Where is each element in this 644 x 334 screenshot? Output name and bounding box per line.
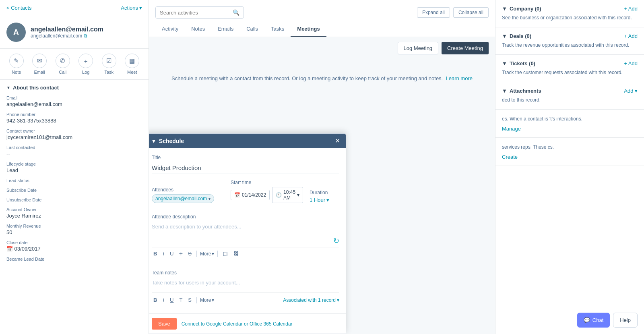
field-close-date: Close date 📅 03/09/2017 [6, 240, 142, 252]
learn-more-link[interactable]: Learn more [446, 75, 472, 81]
back-to-contacts[interactable]: < Contacts [6, 5, 32, 11]
create-link[interactable]: Create [502, 154, 638, 160]
attachments-section: ▼ Attachments Add ▾ ded to this record. [495, 82, 644, 110]
time-input[interactable]: 🕙 10:45 AM ▾ [272, 187, 303, 203]
task-action[interactable]: ☑ Task [99, 54, 119, 75]
duration-caret-icon: ▾ [326, 197, 329, 203]
company-add-link[interactable]: + Add [624, 6, 638, 12]
toolbar-sep-2 [217, 251, 218, 257]
tickets-header: ▼ Tickets (0) + Add [502, 60, 638, 66]
attachments-title[interactable]: ▼ Attachments [502, 88, 541, 94]
create-section: services reps. These cs. Create [495, 138, 644, 166]
help-button[interactable]: Help [613, 313, 638, 328]
field-contact-owner: Contact owner joyceramirez101@tmail.com [6, 129, 142, 140]
notes-italic-button[interactable]: I [161, 296, 166, 304]
tab-emails[interactable]: Emails [211, 22, 240, 37]
more-caret-icon: ▾ [212, 251, 214, 257]
about-header[interactable]: ▼ About this contact [6, 85, 142, 91]
schedule-modal: ▼ Schedule ✕ Title Attendees angelaallen… [149, 133, 346, 334]
refresh-icon[interactable]: ↻ [333, 237, 339, 245]
call-action[interactable]: ✆ Call [53, 54, 73, 75]
create-meeting-button[interactable]: Create Meeting [442, 42, 489, 54]
link-button[interactable]: ⛓ [231, 250, 240, 257]
field-phone: Phone number 942-381-3375x33888 [6, 112, 142, 124]
search-box[interactable]: 🔍 [155, 6, 244, 19]
deals-title[interactable]: ▼ Deals (0) [502, 33, 531, 39]
save-button[interactable]: Save [152, 318, 177, 330]
tickets-chevron-icon: ▼ [502, 60, 507, 66]
attachments-header: ▼ Attachments Add ▾ [502, 88, 638, 94]
date-input[interactable]: 📅 01/14/2022 [231, 190, 270, 200]
notes-underline-button[interactable]: U [168, 296, 175, 304]
manage-section: es. When a contact is 't's interactions.… [495, 110, 644, 138]
tab-meetings[interactable]: Meetings [291, 22, 326, 37]
chat-button[interactable]: 💬 Chat [577, 313, 610, 328]
attendee-tag[interactable]: angelaallen@email.com ▾ [152, 194, 214, 203]
deals-add-link[interactable]: + Add [624, 33, 638, 39]
field-email: Email angelaallen@email.com [6, 95, 142, 107]
log-meeting-button[interactable]: Log Meeting [398, 42, 439, 54]
strikethrough-button[interactable]: T [178, 250, 184, 257]
attendee-desc-input[interactable]: Send a description to your attendees... [152, 222, 339, 236]
expand-collapse-buttons: Expand all Collapse all [417, 7, 489, 18]
team-notes-section: Team notes Take notes for users in your … [152, 270, 339, 307]
actions-button[interactable]: Actions ▾ [121, 5, 142, 11]
notes-strike-button[interactable]: T [178, 296, 184, 304]
tickets-add-link[interactable]: + Add [624, 60, 638, 66]
company-title[interactable]: ▼ Company (0) [502, 6, 541, 12]
log-action[interactable]: + Log [76, 54, 96, 75]
tab-notes[interactable]: Notes [185, 22, 211, 37]
attendees-col: Attendees angelaallen@email.com ▾ [152, 187, 224, 203]
associated-records-link[interactable]: Associated with 1 record ▾ [283, 297, 339, 303]
desc-more-button[interactable]: More ▾ [200, 251, 214, 257]
assoc-caret-icon: ▾ [337, 297, 339, 303]
start-time-col: Start time 📅 01/14/2022 🕙 10:45 AM ▾ [231, 180, 303, 203]
manage-link[interactable]: Manage [502, 126, 638, 132]
expand-all-button[interactable]: Expand all [417, 7, 450, 18]
deals-section: ▼ Deals (0) + Add Track the revenue oppo… [495, 27, 644, 55]
notes-more-button[interactable]: More ▾ [200, 297, 214, 303]
search-icon: 🔍 [233, 9, 239, 16]
title-input[interactable] [152, 162, 339, 174]
modal-header[interactable]: ▼ Schedule ✕ [149, 134, 346, 148]
main-body: Log Meeting Create Meeting Schedule a me… [149, 37, 495, 334]
title-group: Title [152, 155, 339, 174]
tab-tasks[interactable]: Tasks [264, 22, 291, 37]
chat-icon: 💬 [584, 317, 590, 323]
tickets-desc: Track the customer requests associated w… [502, 69, 638, 76]
field-unsubscribe-date: Unsubscribe Date [6, 197, 142, 202]
search-input[interactable] [160, 10, 230, 16]
company-chevron-icon: ▼ [502, 6, 507, 12]
tab-activity[interactable]: Activity [155, 22, 185, 37]
divider-2 [152, 265, 339, 265]
modal-body: Title Attendees angelaallen@email.com ▾ … [149, 148, 346, 313]
copy-email-icon[interactable]: ⧉ [84, 33, 87, 39]
modal-chevron-icon: ▼ [151, 138, 157, 144]
notes-strike2-button[interactable]: S [186, 296, 193, 304]
email-action[interactable]: ✉ Email [30, 54, 50, 75]
duration-select[interactable]: 1 Hour ▾ [310, 197, 350, 203]
attendees-time-row: Attendees angelaallen@email.com ▾ Start … [152, 180, 339, 203]
time-caret-icon: ▾ [297, 192, 299, 198]
embed-button[interactable]: ⬚ [221, 250, 229, 257]
meet-action[interactable]: ▦ Meet [122, 54, 142, 75]
tickets-title[interactable]: ▼ Tickets (0) [502, 60, 535, 66]
modal-close-button[interactable]: ✕ [335, 138, 340, 144]
note-action[interactable]: ✎ Note [6, 54, 27, 75]
tickets-section: ▼ Tickets (0) + Add Track the customer r… [495, 55, 644, 82]
field-lead-status: Lead status [6, 178, 142, 183]
bold-button[interactable]: B [152, 250, 159, 257]
google-calendar-link[interactable]: Connect to Google Calendar or Office 365… [182, 321, 293, 327]
italic-button[interactable]: I [161, 250, 166, 257]
strikethrough2-button[interactable]: S [186, 250, 193, 257]
notes-more-caret-icon: ▾ [212, 297, 214, 303]
collapse-all-button[interactable]: Collapse all [453, 7, 489, 18]
company-section: ▼ Company (0) + Add See the business or … [495, 0, 644, 27]
tab-calls[interactable]: Calls [240, 22, 264, 37]
attachments-add-link[interactable]: Add ▾ [624, 88, 638, 94]
field-account-owner: Account Owner Joyce Ramirez [6, 207, 142, 219]
field-lifecycle: Lifecycle stage Lead [6, 162, 142, 173]
team-notes-input[interactable]: Take notes for users in your account... [152, 278, 339, 293]
underline-button[interactable]: U [168, 250, 175, 257]
notes-bold-button[interactable]: B [152, 296, 159, 304]
